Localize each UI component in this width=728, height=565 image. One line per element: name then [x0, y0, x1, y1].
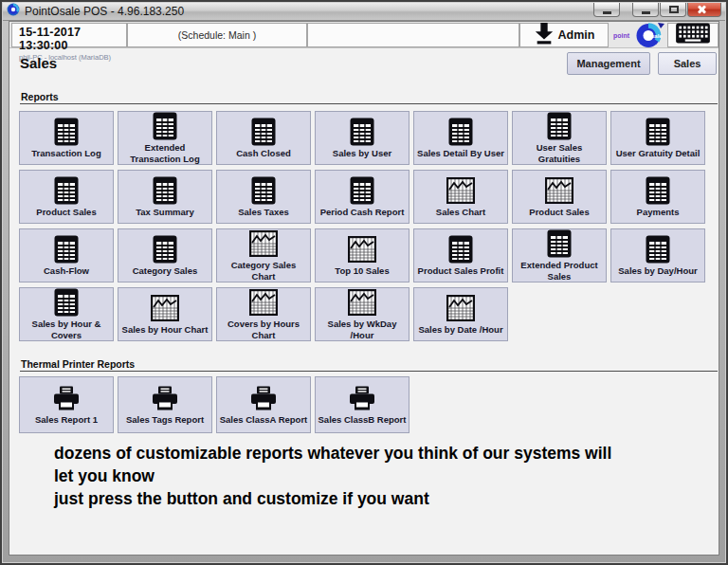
reports-grid: Transaction LogExtended Transaction LogC… [19, 111, 711, 341]
report-button-label: Transaction Log [29, 148, 102, 158]
report-button-label: Sales by User [331, 148, 393, 158]
pointosale-logo-icon: point sale [610, 22, 667, 48]
app-logo-icon [7, 3, 20, 20]
report-button[interactable]: Product Sales [512, 170, 607, 224]
report-button[interactable]: Sales by Date /Hour [413, 287, 508, 341]
minimize-icon [642, 11, 650, 14]
report-button[interactable]: Covers by Hours Chart [216, 287, 311, 341]
thermal-divider [20, 371, 718, 372]
report-button-label: Sales by Hour & Covers [20, 319, 113, 340]
management-button[interactable]: Management [567, 52, 650, 75]
table-icon [646, 235, 670, 264]
report-button[interactable]: Product Sales Profit [413, 228, 508, 282]
report-button[interactable]: User Gratuity Detail [610, 111, 705, 165]
report-button-label: Sales by Hour Chart [120, 324, 210, 335]
report-button-label: Covers by Hours Chart [217, 319, 310, 340]
report-button-label: Sales Chart [434, 207, 487, 217]
printer-icon [151, 384, 179, 412]
report-button-label: Product Sales [527, 207, 591, 217]
admin-button[interactable]: Admin [519, 23, 609, 47]
table-icon [54, 235, 79, 264]
table-icon [54, 176, 79, 205]
report-button[interactable]: Sales Tags Report [118, 376, 212, 433]
table-icon [251, 176, 276, 205]
report-button-label: Sales ClassB Report [317, 414, 409, 425]
sales-tab-button[interactable]: Sales [658, 52, 717, 75]
report-button[interactable]: Sales Report 1 [19, 376, 114, 433]
report-button[interactable]: Sales by User [315, 111, 410, 165]
svg-text:sale: sale [651, 33, 663, 39]
reports-divider [20, 103, 718, 104]
table-icon [646, 176, 670, 205]
top-bar: 15-11-2017 13:30:00 phil-PC - localhost … [9, 22, 719, 48]
schedule-text: (Schedule: Main ) [178, 29, 256, 41]
report-button[interactable]: Cash-Flow [19, 228, 114, 282]
report-button[interactable]: User Sales Gratuities [512, 111, 607, 165]
pin-button[interactable] [593, 3, 620, 17]
datetime-panel: 15-11-2017 13:30:00 phil-PC - localhost … [11, 23, 127, 47]
keyboard-button[interactable] [667, 23, 719, 47]
report-button-label: Sales Tags Report [124, 414, 206, 425]
chart-icon [446, 294, 475, 322]
table-icon [54, 288, 79, 317]
report-button[interactable]: Category Sales [118, 228, 212, 282]
chart-icon [348, 288, 376, 317]
title-bar[interactable]: PointOsale POS - 4.96.183.250 [3, 3, 725, 21]
report-button[interactable]: Sales Chart [413, 170, 508, 224]
page-title: Sales [20, 55, 57, 71]
report-button[interactable]: Sales by Hour Chart [118, 287, 212, 341]
report-button[interactable]: Sales Detail By User [413, 111, 508, 165]
report-button-label: User Gratuity Detail [614, 148, 702, 158]
table-icon [350, 118, 374, 146]
report-button[interactable]: Top 10 Sales [315, 228, 410, 282]
table-icon [153, 235, 177, 264]
report-button[interactable]: Product Sales [19, 170, 114, 224]
close-button[interactable] [687, 3, 721, 17]
report-button[interactable]: Payments [610, 170, 705, 224]
report-button-label: Sales by Day/Hour [616, 265, 699, 276]
chart-icon [446, 176, 475, 205]
report-button[interactable]: Tax Summary [118, 170, 212, 224]
client-area: 15-11-2017 13:30:00 phil-PC - localhost … [9, 21, 719, 556]
report-button-label: User Sales Gratuities [513, 142, 606, 164]
chart-icon [249, 288, 278, 317]
report-button[interactable]: Transaction Log [19, 111, 114, 165]
svg-text:point: point [613, 32, 630, 40]
app-window: PointOsale POS - 4.96.183.250 15-11-2017… [0, 0, 728, 565]
chart-icon [348, 235, 376, 264]
report-button-label: Category Sales [131, 265, 200, 276]
maximize-button[interactable] [660, 3, 686, 17]
report-button-label: Cash-Flow [42, 265, 91, 276]
report-button[interactable]: Extended Transaction Log [118, 111, 212, 165]
report-button[interactable]: Category Sales Chart [216, 228, 311, 282]
table-icon [153, 112, 177, 140]
report-button-label: Payments [635, 207, 682, 217]
table-icon [646, 118, 670, 146]
minimize-icon [603, 11, 611, 14]
report-button[interactable]: Sales by WkDay /Hour [315, 287, 410, 341]
report-button[interactable]: Extended Product Sales [512, 228, 607, 282]
footer-note-line: let you know [54, 465, 611, 487]
keyboard-icon [675, 23, 711, 47]
chart-icon [545, 176, 573, 205]
report-button[interactable]: Sales by Day/Hour [610, 228, 705, 282]
thermal-grid: Sales Report 1Sales Tags ReportSales Cla… [19, 376, 711, 433]
report-button[interactable]: Period Cash Report [315, 170, 410, 224]
report-button-label: Sales by Date /Hour [416, 324, 504, 335]
report-button[interactable]: Sales Taxes [216, 170, 311, 224]
footer-note: dozens of customizable reports whatever … [54, 442, 611, 510]
report-button-label: Sales Report 1 [33, 414, 100, 425]
report-button-label: Sales by WkDay /Hour [316, 319, 409, 340]
report-button[interactable]: Cash Closed [216, 111, 311, 165]
report-button-label: Product Sales [34, 207, 98, 217]
report-button[interactable]: Sales ClassB Report [315, 376, 410, 433]
header-spacer [307, 23, 519, 47]
footer-note-line: dozens of customizable reports whatever … [54, 442, 611, 465]
minimize-button[interactable] [632, 3, 659, 17]
report-button-label: Sales Detail By User [415, 148, 506, 158]
report-button[interactable]: Sales by Hour & Covers [19, 287, 114, 341]
report-button-label: Product Sales Profit [416, 265, 506, 276]
report-button[interactable]: Sales ClassA Report [216, 376, 311, 433]
table-icon [54, 118, 79, 146]
table-icon [547, 112, 572, 140]
